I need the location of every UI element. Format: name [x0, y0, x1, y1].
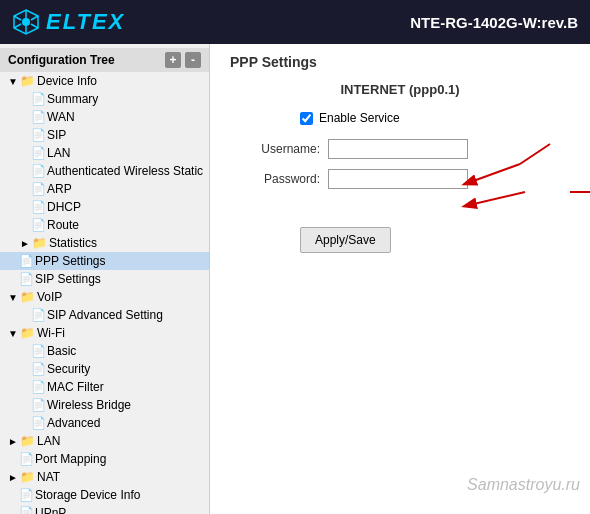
folder-icon: 📁: [32, 237, 46, 249]
file-icon: 📄: [20, 254, 32, 268]
svg-line-7: [14, 24, 21, 28]
sidebar-item-lan[interactable]: 📄 LAN: [0, 144, 209, 162]
expand-icon: ▼: [8, 292, 18, 303]
file-icon: 📄: [32, 92, 44, 106]
internet-label: INTERNET (ppp0.1): [230, 82, 570, 97]
folder-icon: 📁: [20, 75, 34, 87]
sidebar-item-label: VoIP: [37, 290, 62, 304]
add-icon[interactable]: +: [165, 52, 181, 68]
file-icon: 📄: [32, 200, 44, 214]
sidebar-item-wan[interactable]: 📄 WAN: [0, 108, 209, 126]
sidebar-item-upnp[interactable]: 📄 UPnP: [0, 504, 209, 514]
svg-line-6: [31, 16, 38, 20]
file-icon: 📄: [32, 308, 44, 322]
sidebar-item-nat[interactable]: ► 📁 NAT: [0, 468, 209, 486]
sidebar-item-label: ARP: [47, 182, 72, 196]
folder-icon: 📁: [20, 435, 34, 447]
logo-text: ELTEX: [46, 9, 125, 35]
sidebar-item-dhcp[interactable]: 📄 DHCP: [0, 198, 209, 216]
sidebar-item-label: Storage Device Info: [35, 488, 140, 502]
svg-line-4: [14, 16, 21, 20]
sidebar-item-label: NAT: [37, 470, 60, 484]
password-input[interactable]: [328, 169, 468, 189]
sidebar-item-label: LAN: [47, 146, 70, 160]
enable-service-label[interactable]: Enable Service: [319, 111, 400, 125]
sidebar-item-arp[interactable]: 📄 ARP: [0, 180, 209, 198]
expand-icon: ►: [8, 472, 18, 483]
sidebar-title: Configuration Tree: [8, 53, 115, 67]
sidebar-item-label: DHCP: [47, 200, 81, 214]
file-icon: 📄: [32, 398, 44, 412]
sidebar-item-label: Security: [47, 362, 90, 376]
sidebar-item-label: LAN: [37, 434, 60, 448]
sidebar-item-label: MAC Filter: [47, 380, 104, 394]
enable-service-checkbox[interactable]: [300, 112, 313, 125]
file-icon: 📄: [32, 344, 44, 358]
expand-icon: ▼: [8, 328, 18, 339]
folder-icon: 📁: [20, 471, 34, 483]
sidebar-item-basic[interactable]: 📄 Basic: [0, 342, 209, 360]
logo-area: ELTEX: [12, 8, 125, 36]
username-input[interactable]: [328, 139, 468, 159]
header: ELTEX NTE-RG-1402G-W:rev.B: [0, 0, 590, 44]
sidebar-item-label: WAN: [47, 110, 75, 124]
file-icon: 📄: [32, 146, 44, 160]
expand-icon: ►: [8, 436, 18, 447]
password-label: Password:: [230, 172, 320, 186]
sidebar-item-device-info[interactable]: ▼ 📁 Device Info: [0, 72, 209, 90]
main-layout: Configuration Tree + - ▼ 📁 Device Info 📄…: [0, 44, 590, 514]
username-label: Username:: [230, 142, 320, 156]
enable-service-row: Enable Service: [230, 111, 570, 125]
sidebar-item-label: Device Info: [37, 74, 97, 88]
folder-icon: 📁: [20, 291, 34, 303]
sidebar-item-mac-filter[interactable]: 📄 MAC Filter: [0, 378, 209, 396]
sidebar-item-label: Statistics: [49, 236, 97, 250]
sidebar-item-lan-top[interactable]: ► 📁 LAN: [0, 432, 209, 450]
sidebar-item-auth-wireless[interactable]: 📄 Authenticated Wireless Static: [0, 162, 209, 180]
sidebar-item-route[interactable]: 📄 Route: [0, 216, 209, 234]
file-icon: 📄: [20, 488, 32, 502]
file-icon: 📄: [32, 218, 44, 232]
sidebar-item-storage-device[interactable]: 📄 Storage Device Info: [0, 486, 209, 504]
sidebar-item-sip[interactable]: 📄 SIP: [0, 126, 209, 144]
sidebar-header: Configuration Tree + -: [0, 48, 209, 72]
watermark: Samnastroyu.ru: [467, 476, 580, 494]
sidebar-item-label: Advanced: [47, 416, 100, 430]
sidebar-item-statistics[interactable]: ► 📁 Statistics: [0, 234, 209, 252]
folder-icon: 📁: [20, 327, 34, 339]
file-icon: 📄: [32, 164, 44, 178]
sidebar-item-label: Wi-Fi: [37, 326, 65, 340]
svg-line-5: [31, 24, 38, 28]
sidebar-item-label: Wireless Bridge: [47, 398, 131, 412]
file-icon: 📄: [20, 506, 32, 514]
sidebar-item-voip[interactable]: ▼ 📁 VoIP: [0, 288, 209, 306]
file-icon: 📄: [32, 362, 44, 376]
content-area: PPP Settings INTERNET (ppp0.1) Enable Se…: [210, 44, 590, 514]
file-icon: 📄: [32, 128, 44, 142]
sidebar-item-label: Route: [47, 218, 79, 232]
sidebar-item-advanced[interactable]: 📄 Advanced: [0, 414, 209, 432]
sidebar-item-label: Port Mapping: [35, 452, 106, 466]
sidebar-item-sip-settings[interactable]: 📄 SIP Settings: [0, 270, 209, 288]
sidebar-item-summary[interactable]: 📄 Summary: [0, 90, 209, 108]
expand-icon: ▼: [8, 76, 18, 87]
remove-icon[interactable]: -: [185, 52, 201, 68]
file-icon: 📄: [32, 110, 44, 124]
sidebar-item-wifi[interactable]: ▼ 📁 Wi-Fi: [0, 324, 209, 342]
file-icon: 📄: [32, 416, 44, 430]
sidebar-item-label: PPP Settings: [35, 254, 106, 268]
svg-line-10: [465, 192, 525, 206]
file-icon: 📄: [32, 380, 44, 394]
apply-save-button[interactable]: Apply/Save: [300, 227, 391, 253]
sidebar-item-label: SIP Settings: [35, 272, 101, 286]
sidebar-item-sip-advanced[interactable]: 📄 SIP Advanced Setting: [0, 306, 209, 324]
sidebar-item-security[interactable]: 📄 Security: [0, 360, 209, 378]
sidebar-item-wireless-bridge[interactable]: 📄 Wireless Bridge: [0, 396, 209, 414]
sidebar-item-port-mapping[interactable]: 📄 Port Mapping: [0, 450, 209, 468]
sidebar-item-ppp-settings[interactable]: 📄 PPP Settings: [0, 252, 209, 270]
sidebar-header-icons: + -: [165, 52, 201, 68]
username-row: Username:: [230, 139, 570, 159]
svg-point-1: [22, 18, 30, 26]
file-icon: 📄: [20, 452, 32, 466]
apply-row: Apply/Save: [230, 207, 570, 253]
